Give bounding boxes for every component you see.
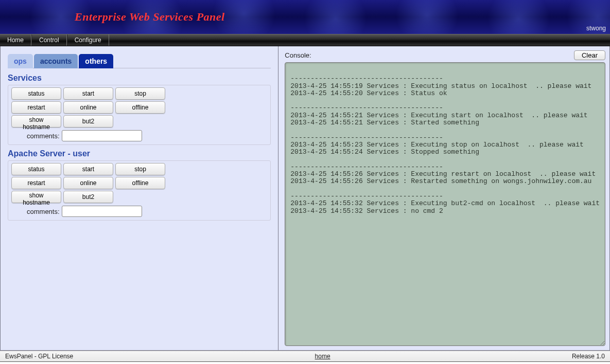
section-box-services: status start stop restart online offline…: [8, 85, 271, 145]
tab-others[interactable]: others: [79, 54, 113, 68]
console-title: Console:: [285, 51, 311, 59]
main-navbar: Home Control Configure: [0, 34, 610, 46]
apache-stop-button[interactable]: stop: [115, 163, 165, 175]
services-show-hostname-button[interactable]: show hostname: [11, 115, 61, 128]
services-restart-button[interactable]: restart: [11, 101, 61, 114]
tab-accounts[interactable]: accounts: [34, 54, 78, 68]
services-but2-button[interactable]: but2: [63, 115, 113, 128]
section-box-apache: status start stop restart online offline…: [8, 160, 271, 221]
left-pane: ops accounts others Services status star…: [0, 46, 278, 351]
current-user: stwong: [586, 25, 606, 32]
services-comments-input[interactable]: [62, 130, 142, 141]
apache-status-button[interactable]: status: [11, 163, 61, 175]
footer-home-link[interactable]: home: [315, 353, 330, 360]
header-banner: Enterprise Web Services Panel stwong: [0, 0, 610, 34]
apache-comments-label: comments:: [27, 208, 60, 215]
section-title-apache: Apache Server - user: [8, 149, 271, 158]
apache-restart-button[interactable]: restart: [11, 177, 61, 189]
tab-ops[interactable]: ops: [8, 54, 33, 68]
console-clear-button[interactable]: Clear: [574, 50, 605, 60]
footer-bar: EwsPanel - GPL License home Release 1.0: [0, 351, 610, 361]
services-start-button[interactable]: start: [63, 87, 113, 100]
section-title-services: Services: [8, 74, 271, 83]
apache-start-button[interactable]: start: [63, 163, 113, 175]
nav-control[interactable]: Control: [31, 34, 67, 46]
apache-comments-input[interactable]: [62, 206, 142, 217]
apache-offline-button[interactable]: offline: [115, 177, 165, 189]
right-pane: Console: Clear -------------------------…: [278, 46, 610, 351]
services-stop-button[interactable]: stop: [115, 87, 165, 100]
apache-but2-button[interactable]: but2: [63, 191, 113, 203]
services-offline-button[interactable]: offline: [115, 101, 165, 114]
apache-show-hostname-button[interactable]: show hostname: [11, 191, 61, 203]
app-title: Enterprise Web Services Panel: [0, 0, 610, 24]
footer-left: EwsPanel - GPL License: [5, 353, 73, 360]
console-output[interactable]: -------------------------------------- 2…: [285, 62, 605, 346]
nav-home[interactable]: Home: [0, 34, 31, 46]
tabstrip: ops accounts others: [8, 53, 271, 68]
nav-configure[interactable]: Configure: [67, 34, 109, 46]
services-online-button[interactable]: online: [63, 101, 113, 114]
footer-right: Release 1.0: [572, 353, 605, 360]
apache-online-button[interactable]: online: [63, 177, 113, 189]
services-comments-label: comments:: [27, 132, 60, 140]
services-status-button[interactable]: status: [11, 87, 61, 100]
